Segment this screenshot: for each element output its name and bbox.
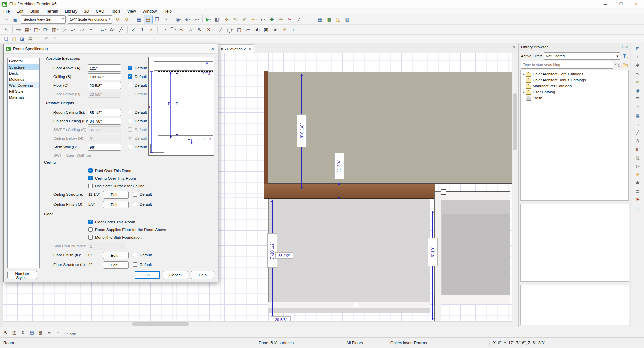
option-checkbox[interactable] — [88, 220, 93, 224]
ok-button[interactable]: OK — [135, 271, 160, 279]
help-button[interactable]: Help — [191, 271, 214, 279]
panel-list-item[interactable]: General — [8, 58, 39, 64]
display-grid-icon[interactable]: ⌗ — [633, 103, 642, 111]
dimension-label[interactable]: 11 3/4" — [334, 153, 344, 179]
edit-button[interactable]: Edit... — [103, 201, 129, 208]
maximize-button[interactable]: ❐ — [613, 0, 629, 8]
tree-item-user-catalog[interactable]: ▸ User Catalog — [521, 89, 628, 95]
separator[interactable] — [215, 26, 215, 33]
expand-arrow-icon[interactable]: ▸ — [522, 72, 526, 76]
roof-tool-icon[interactable]: ⌂ — [54, 328, 62, 337]
annotation-sets-icon[interactable]: ☑ — [2, 15, 11, 24]
deck-tools-icon[interactable]: ▦▾ — [23, 25, 32, 34]
delete-tool-icon[interactable]: ✕ — [204, 25, 213, 34]
sun-settings-icon[interactable]: ☀▾ — [249, 15, 258, 24]
panel-float-icon[interactable]: ❐ — [620, 45, 623, 49]
material-eyedropper-icon[interactable]: ✐ — [240, 15, 249, 24]
default-sets-icon[interactable]: ▣ — [11, 15, 20, 24]
print-icon[interactable]: ▤ — [26, 35, 34, 42]
rich-text-icon[interactable]: ab — [253, 25, 262, 34]
minimize-button[interactable]: — — [598, 0, 613, 8]
cad-tools-icon[interactable]: ╱▾ — [117, 25, 126, 34]
edit-area-icon[interactable]: ▢ — [633, 204, 642, 212]
expand-arrow-icon[interactable]: ▸ — [522, 90, 526, 94]
loan-calculator-icon[interactable]: ◫ — [334, 15, 343, 24]
value-input[interactable] — [88, 64, 121, 72]
restore-plan-view-icon[interactable]: ⟳ — [122, 15, 132, 24]
text-style-icon[interactable]: A — [633, 137, 642, 145]
components-icon[interactable]: ▥ — [343, 15, 352, 24]
dimension-tools-icon[interactable]: ↔▾ — [99, 25, 108, 34]
light-icon[interactable]: ☀ — [633, 170, 642, 178]
save-plan-icon[interactable]: ◪ — [18, 35, 26, 42]
value-input[interactable] — [88, 82, 121, 89]
stair-tools-icon[interactable]: ≡▾ — [68, 25, 78, 34]
dimension-label[interactable]: 8'-0 1/8" — [297, 114, 307, 147]
wall-anchor-marker[interactable] — [354, 303, 358, 307]
flag-icon[interactable]: ⚑ — [633, 195, 642, 204]
redo-icon[interactable]: ↷ — [50, 35, 58, 42]
value-input[interactable] — [88, 126, 121, 133]
panel-list-item[interactable]: Structure — [8, 64, 39, 70]
menu-item[interactable]: CAD — [92, 9, 107, 14]
menu-item[interactable]: Build — [27, 9, 43, 14]
value-input[interactable] — [88, 144, 121, 151]
close-button[interactable]: ✕ — [629, 0, 644, 8]
edit-annotation-icon[interactable]: ✏ — [277, 15, 286, 24]
zero-elevation-icon[interactable]: 0 — [19, 328, 28, 337]
layer-display-icon[interactable]: ☰ — [633, 95, 642, 103]
default-checkbox[interactable] — [128, 66, 132, 70]
add-annotation-icon[interactable]: ✚ — [267, 15, 277, 24]
auto-dimension-icon[interactable]: ↕ — [289, 25, 298, 34]
floor-platform-band[interactable] — [264, 184, 435, 199]
ruler-icon[interactable]: ↔ — [633, 120, 642, 128]
filter-funnel-icon[interactable]: + — [622, 53, 628, 59]
default-checkbox[interactable] — [128, 83, 132, 87]
default-checkbox[interactable] — [128, 74, 132, 79]
default-checkbox[interactable] — [133, 262, 137, 267]
vertical-scrollbar[interactable] — [512, 53, 518, 327]
cad-detail-icon[interactable]: ╱ — [633, 128, 642, 136]
panel-close-icon[interactable]: ✕ — [625, 45, 628, 49]
rebuild-3d-icon[interactable]: ✛ — [222, 15, 231, 24]
option-checkbox[interactable] — [88, 184, 93, 188]
cabinet-tools-icon[interactable]: ▥▾ — [50, 25, 59, 34]
menu-item[interactable]: View — [124, 9, 139, 14]
material-painter-icon[interactable]: ✎▾ — [231, 15, 240, 24]
pan-view-icon[interactable]: ✥ — [633, 61, 642, 69]
default-checkbox[interactable] — [128, 145, 132, 149]
panel-list-item[interactable]: Moldings — [8, 76, 39, 82]
ceiling-tools-icon[interactable]: ◓ — [87, 25, 96, 34]
panel-list-item[interactable]: Deck — [8, 70, 39, 76]
value-input[interactable] — [88, 73, 121, 80]
sun-angle-icon[interactable]: ☀ — [280, 25, 289, 34]
door-tool-icon[interactable]: ◫ — [10, 328, 19, 337]
fill-style-icon[interactable]: ▨ — [633, 154, 642, 162]
horizontal-scrollbar[interactable] — [3, 321, 512, 327]
default-checkbox[interactable] — [128, 136, 132, 140]
camera-view-icon[interactable]: ◉▾ — [174, 15, 183, 24]
room-schedule-icon[interactable]: ▦ — [316, 15, 325, 24]
cad-block-icon[interactable]: ▣ — [262, 25, 271, 34]
tab-elevation-2[interactable]: n - Elevation 2 ✕ — [218, 44, 254, 53]
value-input[interactable] — [88, 109, 121, 116]
roof-tools-icon[interactable]: ⌂▾ — [78, 25, 87, 34]
separator[interactable] — [172, 15, 172, 23]
print-preview-icon[interactable]: ❐ — [34, 35, 42, 42]
overview-camera-icon[interactable]: ◈▾ — [183, 15, 192, 24]
render-technique-icon[interactable]: ◧▾ — [213, 15, 222, 24]
value-input[interactable] — [88, 135, 121, 142]
separator[interactable] — [157, 26, 158, 33]
dimension-label[interactable]: 6'-10" — [428, 238, 438, 266]
browse-folder-icon[interactable] — [622, 62, 628, 68]
search-icon[interactable] — [614, 62, 621, 68]
spinner-arrows-icon[interactable]: ▲▼ — [119, 244, 125, 248]
draw-order-icon[interactable]: ╱ — [295, 15, 304, 24]
cabinet-tool-icon[interactable]: ▦ — [36, 328, 45, 337]
settings-icon[interactable]: ✱ — [633, 179, 642, 187]
zoom-fill-icon[interactable]: ⊡ — [633, 44, 642, 52]
window-tool-icon[interactable]: ▤ — [28, 328, 36, 337]
circle-tool-icon[interactable]: ◯▾ — [226, 25, 235, 34]
filter-select[interactable]: Not Filtered ▾ — [544, 52, 620, 60]
panel-list-item[interactable]: Materials — [8, 94, 39, 100]
